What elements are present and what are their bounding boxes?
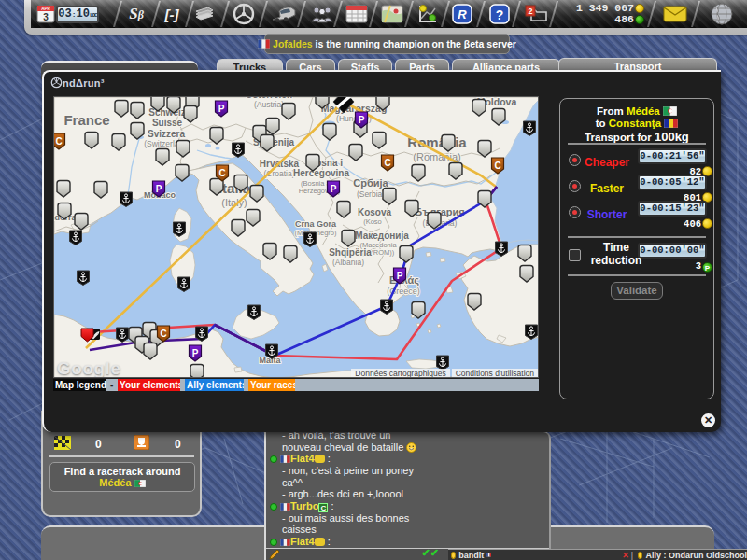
svg-text:ndΔrun³: ndΔrun³	[63, 77, 105, 89]
svg-text:APR: APR	[41, 7, 50, 11]
svg-text:Србија: Србија	[353, 177, 388, 189]
svg-text:Svizzera: Svizzera	[148, 129, 185, 139]
svg-text:(Albania): (Albania)	[332, 258, 364, 267]
svg-text:3: 3	[43, 12, 49, 22]
svg-text:(Serbia): (Serbia)	[357, 189, 385, 199]
svg-text:Kosova: Kosova	[358, 207, 392, 217]
svg-text:Shqipëria: Shqipëria	[329, 247, 372, 258]
svg-text:France: France	[63, 112, 109, 128]
svg-text:R: R	[458, 7, 467, 21]
svg-text:(Austria): (Austria)	[254, 100, 284, 109]
svg-text:Hercegovina: Hercegovina	[293, 168, 349, 178]
svg-text:România: România	[407, 134, 467, 150]
svg-text:Suisse: Suisse	[152, 118, 183, 128]
svg-text:(Koso: (Koso	[363, 217, 382, 226]
svg-text:2: 2	[528, 7, 532, 16]
svg-text:?: ?	[496, 7, 504, 22]
svg-text:Македонија: Македонија	[355, 231, 409, 241]
svg-text:Crna Gora: Crna Gora	[295, 219, 337, 229]
